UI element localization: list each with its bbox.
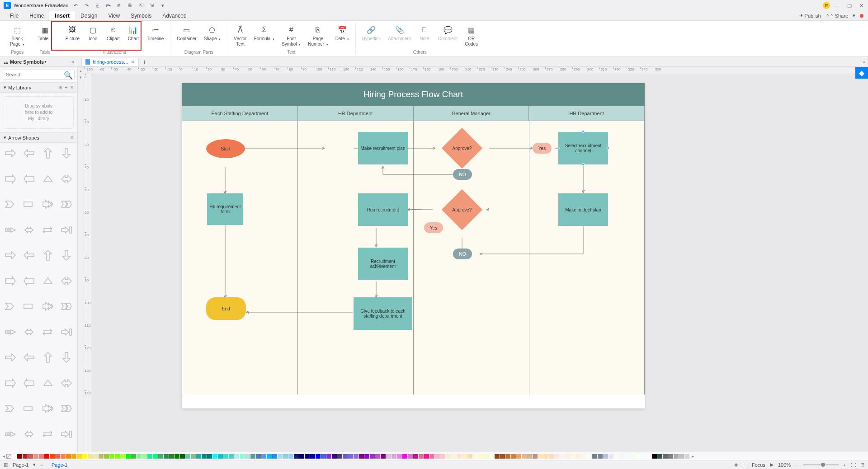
color-swatch[interactable] bbox=[337, 454, 342, 459]
ribbon-font-symbol[interactable]: #FontSymbol ▾ bbox=[278, 24, 304, 48]
color-swatch[interactable] bbox=[256, 454, 261, 459]
color-swatch[interactable] bbox=[598, 454, 603, 459]
ribbon-blank-page[interactable]: ⬚BlankPage ▾ bbox=[6, 24, 28, 48]
presentation-icon[interactable]: ▶ bbox=[770, 462, 774, 468]
my-library-dropzone[interactable]: Drag symbols here to add to My Library bbox=[4, 96, 74, 129]
focus-mode-icon[interactable]: ⛶ bbox=[742, 462, 747, 468]
search-icon[interactable]: 🔍 bbox=[64, 71, 73, 80]
color-swatch[interactable] bbox=[272, 454, 277, 459]
arrow-shape-33[interactable] bbox=[21, 350, 37, 365]
arrow-shape-16[interactable] bbox=[3, 248, 18, 263]
arrow-shape-22[interactable] bbox=[40, 273, 56, 289]
color-swatch[interactable] bbox=[549, 454, 554, 459]
arrow-shape-0[interactable] bbox=[3, 145, 18, 161]
label-no-2[interactable]: NO bbox=[453, 249, 472, 259]
arrow-shape-13[interactable] bbox=[21, 222, 37, 238]
color-swatch[interactable] bbox=[609, 454, 613, 459]
arrow-shape-26[interactable] bbox=[40, 299, 56, 314]
shape-make-plan[interactable]: Make recruitment plan bbox=[358, 132, 408, 164]
menu-view[interactable]: View bbox=[103, 11, 125, 20]
color-swatch[interactable] bbox=[142, 454, 147, 459]
selection-handle[interactable] bbox=[607, 147, 609, 150]
color-swatch[interactable] bbox=[429, 454, 434, 459]
color-swatch[interactable] bbox=[223, 454, 228, 459]
arrow-shape-9[interactable] bbox=[21, 197, 37, 212]
fit-page-icon[interactable]: ⛶ bbox=[851, 462, 856, 468]
color-swatch[interactable] bbox=[581, 454, 586, 459]
scroll-down-icon[interactable]: ▾ bbox=[80, 75, 82, 80]
color-swatch[interactable] bbox=[120, 454, 125, 459]
color-swatch[interactable] bbox=[93, 454, 98, 459]
color-swatch[interactable] bbox=[164, 454, 169, 459]
color-swatch[interactable] bbox=[527, 454, 532, 459]
zoom-level[interactable]: 100% bbox=[778, 462, 791, 468]
color-swatch[interactable] bbox=[158, 454, 163, 459]
redo-icon[interactable]: ↷ bbox=[84, 2, 90, 9]
no-color-swatch[interactable] bbox=[6, 454, 11, 459]
color-swatch[interactable] bbox=[511, 454, 516, 459]
color-swatch[interactable] bbox=[381, 454, 386, 459]
arrow-shape-45[interactable] bbox=[21, 427, 37, 442]
color-swatch[interactable] bbox=[33, 454, 38, 459]
fullscreen-icon[interactable]: ⊡ bbox=[860, 462, 864, 468]
color-swatch[interactable] bbox=[462, 454, 467, 459]
color-swatch[interactable] bbox=[402, 454, 407, 459]
color-swatch[interactable] bbox=[50, 454, 55, 459]
arrow-shape-2[interactable] bbox=[40, 145, 56, 161]
color-swatch[interactable] bbox=[630, 454, 635, 459]
color-swatch[interactable] bbox=[294, 454, 299, 459]
ribbon-chart[interactable]: 📊Chart bbox=[123, 24, 143, 42]
color-swatch[interactable] bbox=[305, 454, 310, 459]
shape-end[interactable]: End bbox=[206, 297, 246, 320]
color-swatch[interactable] bbox=[516, 454, 521, 459]
color-swatch[interactable] bbox=[175, 454, 179, 459]
color-swatch[interactable] bbox=[115, 454, 120, 459]
color-swatch[interactable] bbox=[326, 454, 331, 459]
color-swatch[interactable] bbox=[533, 454, 538, 459]
color-swatch[interactable] bbox=[66, 454, 71, 459]
document-tab[interactable]: hiring-process... ✕ bbox=[81, 58, 139, 66]
arrow-shape-24[interactable] bbox=[3, 299, 18, 314]
color-swatch[interactable] bbox=[478, 454, 483, 459]
color-swatch[interactable] bbox=[126, 454, 131, 459]
color-swatch[interactable] bbox=[202, 454, 207, 459]
color-swatch[interactable] bbox=[592, 454, 597, 459]
color-swatch[interactable] bbox=[538, 454, 543, 459]
color-swatch[interactable] bbox=[619, 454, 624, 459]
color-swatch[interactable] bbox=[625, 454, 630, 459]
symbols-panel-header[interactable]: ⚏ More Symbols▾ « bbox=[0, 57, 78, 67]
arrow-shape-32[interactable] bbox=[3, 350, 18, 365]
color-swatch[interactable] bbox=[234, 454, 239, 459]
arrow-shape-38[interactable] bbox=[40, 375, 56, 391]
color-swatch[interactable] bbox=[245, 454, 250, 459]
zoom-slider[interactable] bbox=[803, 464, 839, 465]
undo-icon[interactable]: ↶ bbox=[73, 2, 79, 9]
page-tab[interactable]: Page-1 bbox=[48, 461, 71, 469]
color-swatch[interactable] bbox=[250, 454, 255, 459]
lane-header-3[interactable]: General Manager bbox=[414, 106, 529, 121]
color-swatch[interactable] bbox=[554, 454, 559, 459]
shape-approve-1[interactable]: Approve? bbox=[442, 128, 483, 169]
arrow-shape-23[interactable] bbox=[59, 273, 74, 289]
color-swatch[interactable] bbox=[614, 454, 619, 459]
color-swatch[interactable] bbox=[82, 454, 87, 459]
color-swatch[interactable] bbox=[283, 454, 288, 459]
shape-recruitment-achievement[interactable]: Recruitment achievement bbox=[358, 248, 408, 280]
arrow-shape-7[interactable] bbox=[59, 171, 74, 187]
ribbon-icon[interactable]: ▢Icon bbox=[83, 24, 103, 42]
arrow-shape-41[interactable] bbox=[21, 401, 37, 416]
ribbon-clipart[interactable]: ☺Clipart bbox=[103, 24, 123, 42]
flowchart-title[interactable]: Hiring Process Flow Chart bbox=[182, 83, 645, 106]
shape-fill-requirement[interactable]: Fill requirement form bbox=[207, 193, 243, 225]
arrow-shape-21[interactable] bbox=[21, 273, 37, 289]
color-swatch[interactable] bbox=[636, 454, 641, 459]
page-dropdown-icon[interactable]: ▾ bbox=[33, 462, 36, 468]
color-swatch[interactable] bbox=[484, 454, 489, 459]
library-close-icon[interactable]: ✕ bbox=[70, 85, 74, 90]
color-swatch[interactable] bbox=[348, 454, 353, 459]
color-swatch[interactable] bbox=[109, 454, 114, 459]
color-swatch[interactable] bbox=[657, 454, 662, 459]
color-swatch[interactable] bbox=[489, 454, 494, 459]
color-swatch[interactable] bbox=[17, 454, 22, 459]
color-swatch[interactable] bbox=[576, 454, 581, 459]
